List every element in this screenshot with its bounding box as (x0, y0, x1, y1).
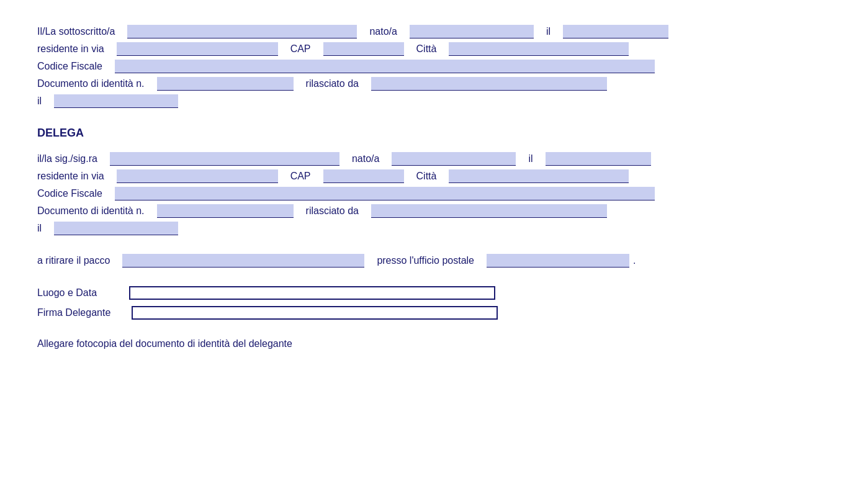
field-delegato-data-nascita[interactable] (546, 152, 651, 166)
label-firma: Firma Delegante (37, 307, 110, 318)
label-delegato-residente: residente in via (37, 171, 104, 182)
field-ufficio-postale[interactable] (487, 254, 629, 268)
field-delegato-doc-numero[interactable] (157, 204, 294, 218)
footer-note: Allegare fotocopia del documento di iden… (37, 338, 817, 349)
label-nato: nato/a (369, 26, 397, 37)
row-codice: Codice Fiscale (37, 60, 817, 73)
field-doc-numero[interactable] (157, 77, 294, 91)
row-delegato-il-doc: il (37, 222, 817, 235)
field-delegato-nato[interactable] (392, 152, 516, 166)
label-cap: CAP (290, 43, 311, 55)
field-delegato-codice-fiscale[interactable] (115, 187, 655, 200)
field-firma[interactable] (132, 306, 498, 320)
section-title-delega: DELEGA (37, 127, 817, 140)
section-firma: Luogo e Data Firma Delegante (37, 286, 817, 320)
label-delegato-nato: nato/a (352, 153, 379, 164)
row-delegato-residenza: residente in via CAP Città (37, 169, 817, 183)
label-rilasciato: rilasciato da (306, 78, 359, 89)
label-sig: il/la sig./sig.ra (37, 153, 97, 164)
label-residente: residente in via (37, 43, 104, 55)
label-il: il (546, 26, 551, 37)
section-pacco: a ritirare il pacco presso l'ufficio pos… (37, 254, 817, 268)
row-residenza: residente in via CAP Città (37, 42, 817, 56)
label-delegato-il: il (528, 153, 533, 164)
label-codice: Codice Fiscale (37, 61, 102, 72)
row-nome: Il/La sottoscritto/a nato/a il (37, 25, 817, 38)
field-delegato-data-documento[interactable] (54, 222, 178, 235)
field-nato[interactable] (410, 25, 534, 38)
label-citta: Città (416, 43, 437, 55)
field-data-documento[interactable] (54, 94, 178, 108)
field-via[interactable] (117, 42, 278, 56)
label-ufficio: presso l'ufficio postale (377, 255, 474, 266)
row-delegato-documento: Documento di identità n. rilasciato da (37, 204, 817, 218)
field-citta[interactable] (449, 42, 629, 56)
field-cap[interactable] (323, 42, 404, 56)
field-delegato-citta[interactable] (449, 169, 629, 183)
field-codice-fiscale[interactable] (115, 60, 655, 73)
row-delegato-nome: il/la sig./sig.ra nato/a il (37, 152, 817, 166)
label-documento: Documento di identità n. (37, 78, 145, 89)
label-delegato-citta: Città (416, 171, 437, 182)
label-delegato-cap: CAP (290, 171, 311, 182)
field-luogo-data[interactable] (129, 286, 495, 300)
field-nome[interactable] (127, 25, 357, 38)
section-sottoscritto: Il/La sottoscritto/a nato/a il residente… (37, 25, 817, 108)
field-delegato-cap[interactable] (323, 169, 404, 183)
field-delegato-rilasciato[interactable] (371, 204, 607, 218)
label-delegato-il-doc: il (37, 223, 42, 234)
field-pacco[interactable] (122, 254, 364, 268)
label-il-doc: il (37, 96, 42, 107)
row-il-doc: il (37, 94, 817, 108)
section-delegato: il/la sig./sig.ra nato/a il residente in… (37, 152, 817, 235)
row-firma: Firma Delegante (37, 306, 817, 320)
label-delegato-rilasciato: rilasciato da (306, 205, 359, 217)
row-pacco: a ritirare il pacco presso l'ufficio pos… (37, 254, 817, 268)
label-sottoscritto: Il/La sottoscritto/a (37, 26, 115, 37)
label-delegato-codice: Codice Fiscale (37, 188, 102, 199)
field-data-nascita[interactable] (563, 25, 668, 38)
row-documento: Documento di identità n. rilasciato da (37, 77, 817, 91)
label-luogo-data: Luogo e Data (37, 287, 97, 299)
row-luogo-data: Luogo e Data (37, 286, 817, 300)
label-delegato-documento: Documento di identità n. (37, 205, 145, 217)
row-delegato-codice: Codice Fiscale (37, 187, 817, 200)
field-rilasciato[interactable] (371, 77, 607, 91)
label-period: . (633, 255, 636, 266)
field-delegato-nome[interactable] (110, 152, 339, 166)
field-delegato-via[interactable] (117, 169, 278, 183)
label-pacco: a ritirare il pacco (37, 255, 110, 266)
